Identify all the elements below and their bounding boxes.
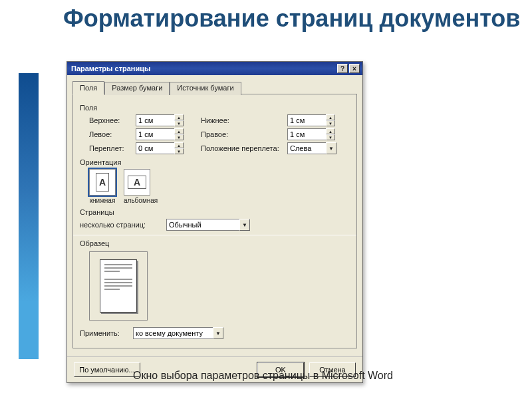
chevron-down-icon[interactable]: ▼: [326, 142, 336, 154]
close-button[interactable]: ×: [349, 64, 360, 73]
label-right-margin: Правое:: [201, 130, 287, 138]
label-left-margin: Левое:: [89, 130, 136, 138]
portrait-page-icon: A: [96, 173, 109, 192]
spin-down-icon[interactable]: ▼: [326, 134, 335, 140]
tab-paper-source[interactable]: Источник бумаги: [170, 82, 241, 95]
label-gutter-position: Положение переплета:: [201, 144, 287, 152]
chevron-down-icon[interactable]: ▼: [239, 219, 250, 231]
select-apply-to[interactable]: ▼: [133, 327, 223, 339]
select-gutter-position[interactable]: ▼: [287, 142, 336, 154]
group-orientation-label: Ориентация: [80, 158, 350, 166]
preview-page-icon: [100, 259, 137, 313]
tab-paper-size[interactable]: Размер бумаги: [104, 82, 170, 95]
slide-accent-bar: [19, 73, 39, 359]
page-setup-dialog: Параметры страницы ? × Поля Размер бумаг…: [66, 61, 363, 383]
bottom-margin-field[interactable]: [287, 114, 326, 126]
spin-up-icon[interactable]: ▲: [174, 114, 184, 120]
label-gutter: Переплет:: [89, 144, 136, 152]
tab-fields[interactable]: Поля: [72, 81, 104, 94]
spin-up-icon[interactable]: ▲: [174, 128, 184, 134]
help-button[interactable]: ?: [337, 64, 348, 73]
tab-panel-fields: Поля Верхнее: ▲▼ Нижнее: ▲▼ Левое:: [72, 94, 357, 348]
spin-up-icon[interactable]: ▲: [174, 142, 184, 148]
page-title: Форматирование страниц документов: [63, 5, 520, 32]
orientation-portrait-label: книжная: [89, 197, 116, 204]
label-bottom-margin: Нижнее:: [201, 116, 287, 124]
titlebar: Параметры страницы ? ×: [67, 62, 362, 75]
spin-down-icon[interactable]: ▼: [174, 148, 184, 154]
left-margin-field[interactable]: [136, 128, 174, 140]
label-apply-to: Применить:: [80, 329, 133, 337]
input-bottom-margin[interactable]: ▲▼: [287, 114, 335, 126]
top-margin-field[interactable]: [136, 114, 174, 126]
dialog-title: Параметры страницы: [71, 65, 336, 72]
multipage-field[interactable]: [166, 219, 239, 231]
input-top-margin[interactable]: ▲▼: [136, 114, 184, 126]
default-button[interactable]: По умолчанию...: [74, 362, 140, 377]
group-margins-label: Поля: [80, 104, 350, 112]
orientation-landscape[interactable]: A альбомная: [124, 169, 158, 204]
spin-down-icon[interactable]: ▼: [326, 120, 335, 126]
slide-caption: Окно выбора параметров страницы в Micros…: [133, 370, 393, 382]
landscape-page-icon: A: [128, 176, 146, 189]
input-gutter[interactable]: ▲▼: [136, 142, 184, 154]
group-pages-label: Страницы: [80, 208, 350, 216]
spin-up-icon[interactable]: ▲: [326, 128, 335, 134]
tab-strip: Поля Размер бумаги Источник бумаги: [72, 80, 357, 94]
page-preview: [89, 251, 148, 321]
spin-down-icon[interactable]: ▼: [174, 120, 184, 126]
spin-up-icon[interactable]: ▲: [326, 114, 335, 120]
orientation-landscape-label: альбомная: [124, 197, 158, 204]
right-margin-field[interactable]: [287, 128, 326, 140]
apply-to-field[interactable]: [133, 327, 213, 339]
gutter-field[interactable]: [136, 142, 174, 154]
orientation-portrait[interactable]: A книжная: [89, 169, 116, 204]
chevron-down-icon[interactable]: ▼: [213, 327, 223, 339]
input-right-margin[interactable]: ▲▼: [287, 128, 335, 140]
gutter-position-field[interactable]: [287, 142, 326, 154]
spin-down-icon[interactable]: ▼: [174, 134, 184, 140]
input-left-margin[interactable]: ▲▼: [136, 128, 184, 140]
label-multipage: несколько страниц:: [80, 221, 166, 229]
select-multipage[interactable]: ▼: [166, 219, 250, 231]
group-preview-label: Образец: [80, 239, 350, 247]
label-top-margin: Верхнее:: [89, 116, 136, 124]
